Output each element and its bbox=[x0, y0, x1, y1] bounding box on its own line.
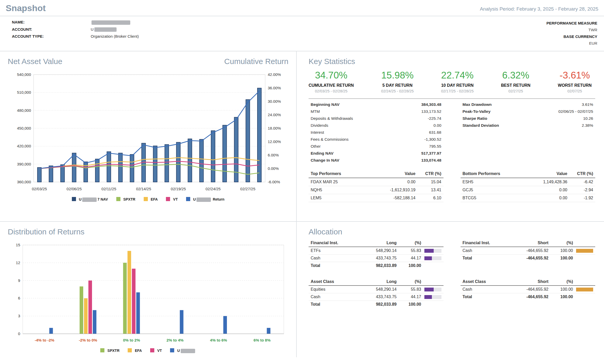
legend-swatch bbox=[170, 348, 174, 352]
instrument-value: -582,188.14 bbox=[364, 196, 416, 200]
table-row: Equities 548,290.14 55.83 bbox=[309, 286, 444, 293]
svg-text:36.00%: 36.00% bbox=[268, 86, 281, 90]
nav-details: Beginning NAV 384,303.48 MTM 133,173.52 … bbox=[309, 101, 444, 164]
stat-name: Deposits & Withdrawals bbox=[311, 116, 353, 121]
legend-item: U7 NAV bbox=[72, 197, 108, 202]
table-row: Dividends 0.00 bbox=[309, 122, 444, 129]
bar-spacer bbox=[576, 241, 593, 245]
instrument-name: GCJ5 bbox=[463, 188, 516, 192]
name-label: NAME: bbox=[12, 20, 91, 25]
stat-name: Peak-To-Valley bbox=[463, 109, 491, 114]
table-row: Change In NAV 133,074.48 bbox=[309, 157, 444, 164]
stat-value: 15.98% bbox=[381, 70, 414, 81]
account-type-value: Organization (Broker Client) bbox=[91, 34, 139, 38]
allocation-panel: Allocation Financial Inst. Long (%) ETFs… bbox=[297, 222, 604, 357]
total-label: Total bbox=[311, 302, 350, 307]
total-value: 982,033.89 bbox=[350, 263, 397, 268]
section-title-distribution: Distribution of Returns bbox=[8, 227, 288, 236]
instrument-name: BTCG5 bbox=[463, 196, 516, 200]
svg-text:540,000: 540,000 bbox=[17, 72, 31, 77]
section-title-cumulative-return: Cumulative Return bbox=[224, 57, 288, 66]
nav-chart-legend: U7 NAV SPXTR EFA VT U Return bbox=[8, 197, 288, 202]
account-info-right: PERFORMANCE MEASURE TWR BASE CURRENCY EU… bbox=[546, 20, 597, 47]
svg-text:390,000: 390,000 bbox=[17, 162, 31, 166]
allocation-percent: 100.00 bbox=[548, 287, 573, 292]
stat-value: 22.74% bbox=[441, 70, 474, 81]
allocation-percent-bar bbox=[424, 256, 441, 260]
column-header: Financial Inst. bbox=[463, 241, 502, 245]
svg-text:24.00%: 24.00% bbox=[268, 113, 281, 117]
key-statistics-panel: Key Statistics 34.70% CUMULATIVE RETURN … bbox=[297, 51, 604, 222]
allocation-percent: 55.83 bbox=[397, 287, 421, 292]
legend-swatch bbox=[72, 197, 76, 201]
net-asset-value-panel: Net Asset Value Cumulative Return 360,00… bbox=[0, 51, 297, 222]
stat-name: Fees & Commissions bbox=[311, 137, 348, 142]
stat-amount: 795.55 bbox=[429, 144, 441, 149]
allocation-percent: 55.83 bbox=[397, 248, 421, 253]
allocation-percent-bar bbox=[424, 288, 441, 291]
table-row: LEM5 -582,188.14 6.10 bbox=[309, 194, 444, 202]
stat-name: Interest bbox=[311, 130, 324, 135]
column-header: (%) bbox=[548, 279, 573, 284]
instrument-ctr: -2.94 bbox=[567, 188, 593, 192]
legend-swatch bbox=[186, 197, 190, 201]
legend-label: U7 NAV bbox=[79, 197, 108, 201]
account-value: U bbox=[91, 27, 139, 32]
stat-amount: 133,074.48 bbox=[421, 158, 441, 163]
allocation-asset-short-table: Asset Class Short (%) Cash -464,655.92 1… bbox=[461, 278, 595, 308]
page-header: Snapshot Analysis Period: February 3, 20… bbox=[0, 0, 604, 16]
column-header: Value bbox=[516, 171, 567, 176]
instrument-value: 0.00 bbox=[516, 188, 567, 192]
column-header: Value bbox=[364, 171, 416, 176]
instrument-ctr: -6.42 bbox=[567, 180, 593, 184]
legend-swatch bbox=[128, 348, 132, 352]
stat-amount: -1,300.52 bbox=[424, 137, 441, 142]
allocation-financial-short-table: Financial Inst. Short (%) Cash -464,655.… bbox=[461, 239, 595, 269]
allocation-asset-long-table: Asset Class Long (%) Equities 548,290.14… bbox=[309, 278, 444, 308]
svg-text:360,000: 360,000 bbox=[17, 180, 31, 184]
redacted-text bbox=[181, 349, 195, 353]
instrument-value: 0.00 bbox=[516, 196, 567, 200]
column-header: Top Performers bbox=[311, 171, 364, 176]
table-total-row: Total 982,033.89 100.00 bbox=[309, 301, 444, 308]
stat-name: MTM bbox=[311, 109, 320, 114]
total-value: 982,033.89 bbox=[350, 302, 397, 307]
performance-measure-value: TWR bbox=[546, 27, 597, 33]
stat-period: 02/03/25 - 02/28/25 bbox=[309, 89, 354, 93]
instrument-value: -1,612,910.19 bbox=[364, 188, 416, 192]
svg-text:6.00%: 6.00% bbox=[268, 153, 279, 157]
total-label: Total bbox=[311, 263, 350, 268]
legend-label: VT bbox=[157, 349, 162, 353]
legend-item: SPXTR bbox=[116, 197, 135, 202]
section-title-allocation: Allocation bbox=[309, 227, 595, 236]
instrument-name: FDAX MAR 25 bbox=[311, 180, 364, 184]
stat-highlight: 6.32% BEST RETURN 02/27/25 bbox=[501, 70, 531, 93]
stat-name: Sharpe Ratio bbox=[463, 116, 487, 121]
bar-spacer bbox=[424, 303, 441, 306]
instrument-ctr: 15.04 bbox=[416, 180, 441, 184]
table-row: Ending NAV 517,377.97 bbox=[309, 150, 444, 157]
total-percent: 100.00 bbox=[548, 295, 573, 299]
allocation-percent: 44.17 bbox=[397, 256, 421, 260]
table-row: ETFs 548,290.14 55.83 bbox=[309, 247, 444, 255]
stat-period: 02/24/25 - 02/28/25 bbox=[381, 89, 414, 93]
legend-label: VT bbox=[173, 197, 178, 201]
svg-text:02/11/25: 02/11/25 bbox=[102, 187, 116, 191]
account-label: ACCOUNT: bbox=[12, 27, 91, 32]
stat-amount: 3.61% bbox=[582, 102, 593, 107]
svg-text:02/14/25: 02/14/25 bbox=[136, 187, 151, 191]
column-header: CTR (%) bbox=[567, 171, 593, 176]
table-header-row: Financial Inst. Long (%) bbox=[309, 239, 444, 247]
total-value: -464,655.92 bbox=[502, 256, 548, 260]
table-row: Cash 433,743.75 44.17 bbox=[309, 255, 444, 262]
legend-label: U Return bbox=[193, 197, 224, 201]
legend-item: EFA bbox=[144, 197, 158, 202]
base-currency-label: BASE CURRENCY bbox=[546, 33, 597, 40]
stat-period: 02/17/25 - 02/28/25 bbox=[441, 89, 474, 93]
svg-text:9: 9 bbox=[18, 278, 20, 283]
allocation-category: ETFs bbox=[311, 248, 350, 253]
bar-spacer bbox=[576, 256, 593, 260]
allocation-percent: 44.17 bbox=[397, 295, 421, 299]
allocation-category: Cash bbox=[311, 256, 350, 260]
total-percent: 100.00 bbox=[397, 263, 421, 268]
